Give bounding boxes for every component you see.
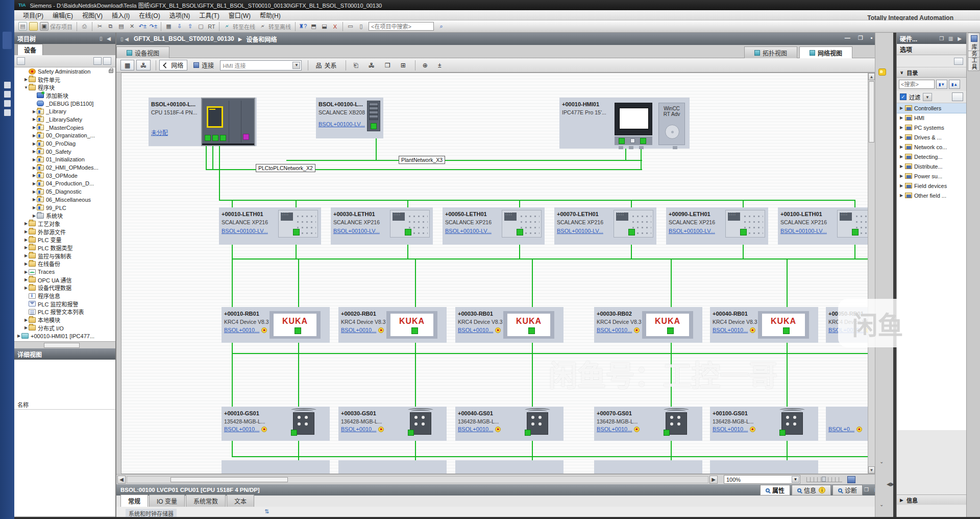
expand-arrow-icon[interactable]: ▶ <box>23 245 29 250</box>
inspector-tab[interactable]: IO 变量 <box>149 494 185 507</box>
device-network-link[interactable]: BSOL+0010... <box>341 327 384 333</box>
delete-icon[interactable]: ✕ <box>128 22 136 31</box>
scroll-down-icon[interactable]: ▼ <box>868 466 875 474</box>
open-project-icon[interactable] <box>29 22 38 31</box>
plc-graphic[interactable] <box>201 98 255 146</box>
device-xp216[interactable]: +00030-LETH01 SCALANCE XP216 BSOL+00100-… <box>331 207 433 245</box>
catalog-item[interactable]: ▶ Drives & ... <box>897 132 966 142</box>
go-offline-label[interactable]: 转至离线 <box>268 22 291 31</box>
tree-view-icon[interactable] <box>17 57 25 65</box>
tree-item[interactable]: ▼ 程序块 <box>14 83 115 91</box>
tree-item[interactable]: ▶ 00_ProDiag <box>14 139 115 148</box>
device-kuka-robot[interactable]: +00040-RB01 KRC4 Device V8.3 BSOL+0010..… <box>710 307 818 343</box>
tree-item[interactable]: ▶ 监控与强制表 <box>14 252 115 260</box>
device-network-link[interactable]: BSOL+0... <box>828 426 862 432</box>
split-horizontal-icon[interactable]: ▭ <box>346 22 355 31</box>
cross-reference-icon[interactable]: X <box>331 22 339 31</box>
expand-arrow-icon[interactable]: ▶ <box>23 77 29 82</box>
gatebox-graphic[interactable] <box>516 408 558 439</box>
device-xp216[interactable]: +00100-LETH01 SCALANCE XP216 BSOL+00100-… <box>778 207 868 245</box>
tab-devices[interactable]: 设备 <box>17 44 43 55</box>
menu-item[interactable]: 工具(T) <box>194 10 224 20</box>
canvas-hscrollbar[interactable] <box>127 476 708 483</box>
catalog-section-header[interactable]: ∨ 目录 <box>897 67 966 78</box>
scroll-right-icon[interactable]: ▶ <box>709 476 718 484</box>
device-network-link[interactable]: BSOL+0010... <box>224 327 267 333</box>
paste-icon[interactable]: ▤ <box>117 22 126 31</box>
expand-arrow-icon[interactable]: ▶ <box>900 115 905 120</box>
switch-graphic[interactable] <box>837 210 868 238</box>
menu-item[interactable]: 帮助(H) <box>255 10 285 20</box>
device-network-link[interactable]: BSOL+0010... <box>458 426 501 432</box>
expand-arrow-icon[interactable]: ▶ <box>900 135 905 139</box>
catalog-item[interactable]: ▶ Power su... <box>897 171 966 181</box>
connection-type-select[interactable]: HMI 连接 ▼ <box>220 60 302 70</box>
switch-graphic[interactable] <box>390 210 430 238</box>
expand-arrow-icon[interactable]: ▶ <box>23 325 29 330</box>
catalog-item[interactable]: ▶ Network co... <box>897 142 966 152</box>
robot-graphic[interactable]: KUKA <box>758 311 809 339</box>
search-down-icon[interactable]: ▮▼ <box>936 80 947 89</box>
dropdown-arrow-icon[interactable]: ▼ <box>292 62 300 69</box>
view-tab[interactable]: 拓扑视图 <box>744 46 797 58</box>
device-network-link[interactable]: BSOL+00100-LV... <box>318 121 365 127</box>
tree-item[interactable]: 程序信息 <box>14 292 115 300</box>
tree-columns-icon[interactable] <box>93 57 102 65</box>
expand-arrow-icon[interactable]: ▶ <box>32 166 37 170</box>
device-network-link[interactable]: BSOL+0010... <box>341 426 384 432</box>
tree-item[interactable]: ▶ 04_Production_D... <box>14 180 115 188</box>
catalog-item[interactable]: ▶ Other field ... <box>897 191 966 200</box>
tree-item[interactable]: ▶ 99_PLC <box>14 204 115 212</box>
expand-arrow-icon[interactable]: ▶ <box>900 183 905 188</box>
catalog-panel-icons[interactable]: ❐ ▥ ▶ <box>939 36 963 41</box>
expand-arrow-icon[interactable]: ▶ <box>32 181 37 186</box>
menu-item[interactable]: 项目(P) <box>18 10 48 20</box>
tree-item[interactable]: ▶ 06_Miscellaneous <box>14 196 115 204</box>
device-add-icon[interactable]: 🖧 <box>136 60 151 70</box>
panel-pin-icons[interactable]: ▯ ◀ <box>100 36 112 41</box>
expand-arrow-icon[interactable]: ▶ <box>23 221 29 226</box>
device-kuka-robot[interactable]: +00050-RB01 KRC4 Device V8.3 BSOL+0010..… <box>826 307 868 343</box>
tree-item[interactable]: ▶ 工艺对象 <box>14 220 115 228</box>
robot-graphic[interactable]: KUKA <box>642 311 693 339</box>
menu-item[interactable]: 编辑(E) <box>48 10 78 20</box>
inspector-mode-tab[interactable]: 属性 i <box>760 485 790 496</box>
robot-graphic[interactable]: KUKA <box>503 311 554 339</box>
view-tab[interactable]: 网络视图 <box>799 46 852 58</box>
tree-item[interactable]: ▶ Traces <box>14 268 115 276</box>
info-section-header[interactable]: ▶ 信息 <box>897 494 966 505</box>
device-network-link[interactable]: BSOL+0010... <box>713 327 755 333</box>
device-network-link[interactable]: BSOL+00100-LV... <box>333 228 380 234</box>
tree-item[interactable]: ▶ _LibrarySafety <box>14 115 115 124</box>
tree-item[interactable]: ▶ 软件单元 <box>14 76 115 84</box>
device-gatebox[interactable]: +00010-GS01 135428-MGB-L... BSOL+0010... <box>222 407 330 441</box>
breadcrumb-project[interactable]: GFTX_BL1_BSOL_ST00010_00130 <box>134 35 234 42</box>
catalog-item[interactable]: ▶ Controllers <box>897 103 966 113</box>
device-network-link[interactable]: BSOL+0010... <box>828 327 868 333</box>
device-network-link[interactable]: BSOL+0010... <box>458 327 501 333</box>
switch-graphic[interactable] <box>725 210 765 238</box>
search-up-icon[interactable]: ▮▲ <box>949 80 960 89</box>
tree-item[interactable]: ▶ 03_OPMode <box>14 172 115 180</box>
device-hmi[interactable]: +00010-HMI01 IPC477E Pro 15'... WinCC RT… <box>559 98 690 149</box>
tree-item[interactable]: PLC 报警文本列表 <box>14 308 115 316</box>
chevron-down-icon[interactable]: ⌄ <box>879 459 884 464</box>
filter-checkbox[interactable]: ✓ <box>900 93 906 100</box>
robot-graphic[interactable]: KUKA <box>386 311 437 339</box>
collapse-editor-icon[interactable]: ▯ ◀ <box>120 36 129 42</box>
undo-icon[interactable]: ↶± <box>138 22 147 31</box>
expand-arrow-icon[interactable]: ▶ <box>900 154 905 159</box>
expand-arrow-icon[interactable]: ▶ <box>23 229 29 234</box>
device-assign-link[interactable]: 未分配 <box>151 128 168 136</box>
expand-arrow-icon[interactable]: ▶ <box>900 164 905 169</box>
profile-icon[interactable] <box>952 92 963 101</box>
tree-item[interactable]: 添加新块 <box>14 91 115 100</box>
device-network-link[interactable]: BSOL+0010... <box>224 426 267 432</box>
expand-arrow-icon[interactable]: ▶ <box>32 149 37 154</box>
overview-icon[interactable]: ▦ <box>120 60 134 70</box>
tree-item[interactable]: ▶ 05_Diagnostic <box>14 187 115 196</box>
tree-item[interactable]: ▶ 系统块 <box>14 211 115 220</box>
hscroll-thumb[interactable] <box>170 477 288 482</box>
expand-arrow-icon[interactable]: ▶ <box>32 117 37 122</box>
network-mode-button[interactable]: 网络 <box>159 60 187 70</box>
